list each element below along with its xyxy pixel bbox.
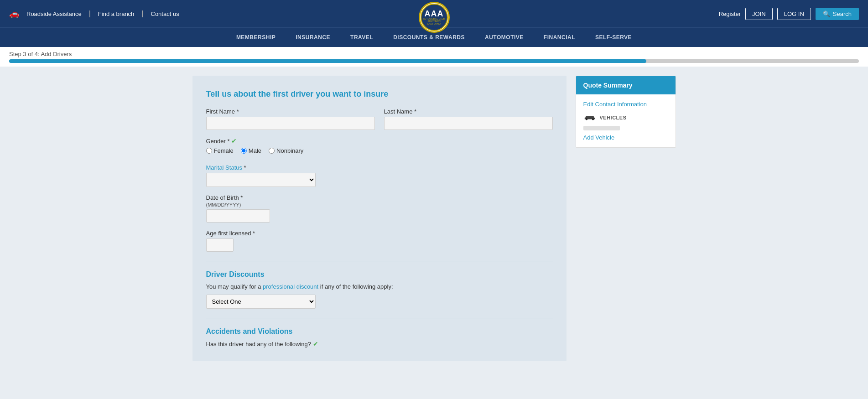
dob-row: Date of Birth * (MM/DD/YYYY) xyxy=(206,194,553,223)
divider-2 xyxy=(206,318,553,318)
driver-discounts-section: Driver Discounts You may qualify for a p… xyxy=(206,270,553,309)
roadside-icon: 🚗 xyxy=(9,9,19,19)
marital-status-select[interactable]: Single Married Divorced Widowed xyxy=(206,173,316,187)
age-licensed-input[interactable] xyxy=(206,238,234,252)
form-section: Tell us about the first driver you want … xyxy=(192,76,567,361)
gender-female-text: Female xyxy=(214,147,234,154)
quote-summary-body: Edit Contact Information VEHICLES Add Ve… xyxy=(576,94,676,147)
discount-description: You may qualify for a professional disco… xyxy=(206,283,553,290)
aaa-text: AAA xyxy=(425,10,444,18)
accidents-title: Accidents and Violations xyxy=(206,327,553,336)
accidents-text-content: Has this driver had any of the following… xyxy=(206,341,312,347)
search-button[interactable]: 🔍 Search xyxy=(816,8,859,20)
quote-summary-header: Quote Summary xyxy=(576,76,676,94)
join-button[interactable]: JOIN xyxy=(745,8,773,20)
accidents-check-icon: ✔ xyxy=(313,340,318,347)
last-name-group: Last Name * xyxy=(384,108,553,130)
top-bar-left: 🚗 Roadside Assistance | Find a branch | … xyxy=(9,9,179,19)
dob-input[interactable] xyxy=(206,209,270,223)
accidents-description: Has this driver had any of the following… xyxy=(206,340,553,347)
svg-point-1 xyxy=(592,118,593,120)
gender-check-icon: ✔ xyxy=(231,137,237,145)
roadside-assistance-link[interactable]: Roadside Assistance xyxy=(26,10,82,17)
find-branch-link[interactable]: Find a branch xyxy=(98,10,135,17)
svg-point-0 xyxy=(585,118,587,120)
gender-male-text: Male xyxy=(249,147,261,154)
nav-self-serve[interactable]: SELF-SERVE xyxy=(585,28,642,47)
login-button[interactable]: LOG IN xyxy=(777,8,811,20)
nav-financial[interactable]: FINANCIAL xyxy=(534,28,585,47)
divider-1 xyxy=(206,261,553,261)
gender-options: Female Male Nonbinary xyxy=(206,147,553,157)
last-name-input[interactable] xyxy=(384,117,553,130)
professional-discount-select[interactable]: Select One xyxy=(206,295,316,309)
gender-male-radio[interactable] xyxy=(241,148,247,154)
accidents-section: Accidents and Violations Has this driver… xyxy=(206,327,553,347)
search-label: Search xyxy=(833,10,852,17)
first-name-input[interactable] xyxy=(206,117,375,130)
gender-female-radio[interactable] xyxy=(206,148,212,154)
aaa-logo: AAA AUTOMOBILE CLUBSOUTHERN CALIFORNIA xyxy=(419,2,450,33)
sidebar: Quote Summary Edit Contact Information V… xyxy=(576,76,676,361)
divider2: | xyxy=(141,10,143,18)
vehicles-car-icon xyxy=(583,114,596,121)
register-link[interactable]: Register xyxy=(719,10,741,17)
search-icon: 🔍 xyxy=(823,10,830,17)
discount-text-1: You may qualify for a xyxy=(206,283,261,290)
name-row: First Name * Last Name * xyxy=(206,108,553,130)
form-title: Tell us about the first driver you want … xyxy=(206,89,553,99)
contact-us-link[interactable]: Contact us xyxy=(151,10,179,17)
vehicle-placeholder xyxy=(583,126,620,130)
top-bar-right: Register JOIN LOG IN 🔍 Search xyxy=(719,8,859,20)
divider1: | xyxy=(89,10,91,18)
age-licensed-row: Age first licensed * xyxy=(206,230,553,252)
vehicles-row: VEHICLES xyxy=(583,114,668,121)
edit-contact-link[interactable]: Edit Contact Information xyxy=(583,101,668,108)
gender-nonbinary-radio[interactable] xyxy=(269,148,275,154)
gender-male-label[interactable]: Male xyxy=(241,147,261,154)
professional-discount-link[interactable]: professional discount xyxy=(263,283,318,290)
driver-discounts-title: Driver Discounts xyxy=(206,270,553,279)
age-licensed-label: Age first licensed * xyxy=(206,230,553,237)
step-bar: Step 3 of 4: Add Drivers xyxy=(0,47,868,67)
gender-female-label[interactable]: Female xyxy=(206,147,234,154)
add-vehicle-link[interactable]: Add Vehicle xyxy=(583,134,668,141)
top-bar: 🚗 Roadside Assistance | Find a branch | … xyxy=(0,0,868,27)
dob-label: Date of Birth * xyxy=(206,194,553,201)
gender-nonbinary-text: Nonbinary xyxy=(276,147,303,154)
progress-bar-outer xyxy=(9,59,859,63)
dob-hint: (MM/DD/YYYY) xyxy=(206,202,553,207)
step-text: Step 3 of 4: Add Drivers xyxy=(9,51,72,57)
gender-row: Gender * ✔ Female Male Nonbinary xyxy=(206,137,553,157)
aaa-logo-inner: AAA AUTOMOBILE CLUBSOUTHERN CALIFORNIA xyxy=(421,4,448,31)
first-name-label: First Name * xyxy=(206,108,375,115)
nav-membership[interactable]: MEMBERSHIP xyxy=(226,28,286,47)
marital-status-label: Marital Status * xyxy=(206,164,553,171)
nav-travel[interactable]: TRAVEL xyxy=(340,28,383,47)
marital-status-link[interactable]: Marital Status xyxy=(206,164,242,171)
nav-automotive[interactable]: AUTOMOTIVE xyxy=(475,28,534,47)
gender-label: Gender * ✔ xyxy=(206,137,553,145)
vehicles-label: VEHICLES xyxy=(600,115,627,120)
main-content: Tell us about the first driver you want … xyxy=(183,76,685,361)
quote-summary-box: Quote Summary Edit Contact Information V… xyxy=(576,76,676,148)
first-name-group: First Name * xyxy=(206,108,375,130)
last-name-label: Last Name * xyxy=(384,108,553,115)
marital-status-row: Marital Status * Single Married Divorced… xyxy=(206,164,553,187)
gender-nonbinary-label[interactable]: Nonbinary xyxy=(269,147,303,154)
aaa-logo-container: AAA AUTOMOBILE CLUBSOUTHERN CALIFORNIA xyxy=(419,2,450,33)
discount-text-2: if any of the following apply: xyxy=(320,283,393,290)
nav-insurance[interactable]: INSURANCE xyxy=(286,28,340,47)
aaa-sub: AUTOMOBILE CLUBSOUTHERN CALIFORNIA xyxy=(421,18,447,26)
progress-bar-inner xyxy=(9,59,646,63)
